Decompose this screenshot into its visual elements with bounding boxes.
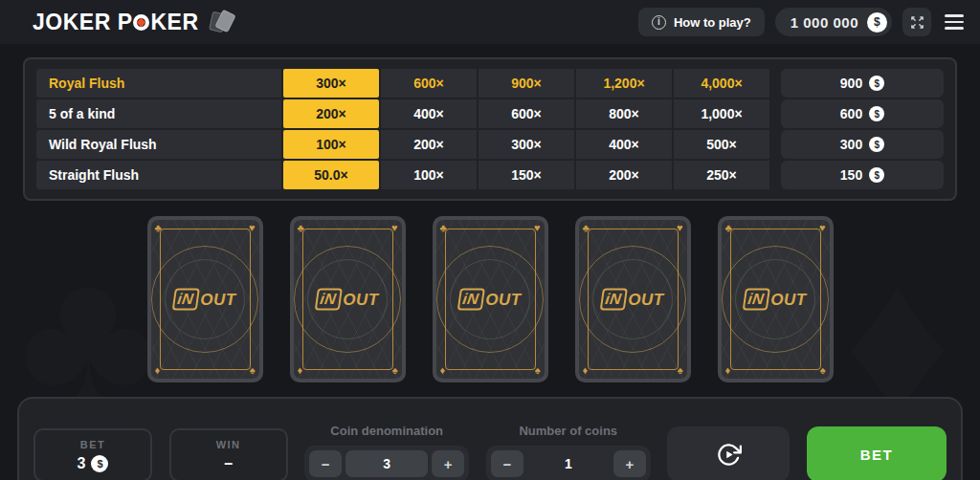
spade-suit-icon: ♠	[678, 365, 683, 376]
inout-logo-out: OUT	[485, 290, 521, 309]
fullscreen-expand-icon	[910, 15, 924, 30]
payout-cell: 150$	[781, 161, 944, 189]
redeal-button[interactable]	[667, 426, 790, 480]
paytable-row: 5 of a kind200×400×600×800×1,000×600$	[36, 99, 944, 128]
multiplier-cell: 150×	[479, 161, 574, 189]
paytable-spacer	[769, 99, 781, 128]
inout-logo-in: iN	[743, 289, 770, 311]
inout-logo: iN OUT	[458, 289, 521, 311]
multiplier-cell: 100×	[381, 161, 477, 189]
number-of-coins-stepper: − 1 +	[486, 446, 651, 480]
card-back-design: ♣ ♥ ♦ ♠ iN OUT	[294, 220, 402, 379]
paytable-rows: Royal Flush300×600×900×1,200×4,000×900$5…	[36, 69, 944, 189]
multiplier-cell: 300×	[283, 69, 379, 98]
heart-suit-icon: ♥	[677, 223, 683, 233]
hand-name: 5 of a kind	[36, 99, 281, 128]
multiplier-cell: 200×	[381, 130, 477, 159]
coin-dollar-icon: $	[91, 455, 108, 472]
playing-card-back[interactable]: ♣ ♥ ♦ ♠ iN OUT	[147, 216, 263, 382]
inout-logo-in: iN	[172, 289, 200, 311]
paytable-spacer	[769, 130, 781, 159]
bet-label: BET	[80, 439, 106, 450]
multiplier-cell: 600×	[479, 99, 574, 128]
hand-name: Royal Flush	[36, 69, 281, 98]
top-bar: JOKER PKER i How to play? 1 000 000 $	[0, 0, 980, 44]
paytable-spacer	[769, 69, 781, 98]
coin-dollar-icon: $	[869, 76, 884, 91]
card-back-design: ♣ ♥ ♦ ♠ iN OUT	[579, 220, 687, 379]
heart-suit-icon: ♥	[391, 223, 398, 233]
playing-card-back[interactable]: ♣ ♥ ♦ ♠ iN OUT	[575, 216, 691, 382]
paytable-row: Straight Flush50.0×100×150×200×250×150$	[36, 161, 944, 189]
multiplier-cell: 400×	[576, 130, 672, 159]
payout-cell: 600$	[781, 99, 944, 128]
coin-denomination-stepper: − 3 +	[304, 446, 469, 480]
heart-suit-icon: ♥	[534, 223, 541, 233]
coin-denomination-minus-button[interactable]: −	[309, 450, 342, 477]
hamburger-menu-button[interactable]	[942, 11, 967, 33]
logo-text-part1: JOKER P	[33, 10, 132, 35]
spade-suit-icon: ♠	[820, 365, 826, 376]
club-suit-icon: ♣	[440, 223, 447, 233]
bet-value: 3	[78, 455, 86, 472]
bet-display-box: BET 3 $	[33, 428, 152, 480]
diamond-suit-icon: ♦	[298, 365, 303, 376]
inout-logo-out: OUT	[343, 290, 378, 309]
multiplier-cell: 1,000×	[674, 99, 769, 128]
spade-suit-icon: ♠	[535, 365, 541, 376]
card-back-design: ♣ ♥ ♦ ♠ iN OUT	[436, 220, 545, 379]
multiplier-cell: 500×	[674, 130, 769, 159]
club-suit-icon: ♣	[155, 223, 162, 233]
bet-button[interactable]: BET	[807, 426, 947, 480]
coin-denomination-label: Coin denomination	[330, 424, 443, 438]
inout-logo: iN OUT	[744, 289, 806, 311]
card-back-design: ♣ ♥ ♦ ♠ iN OUT	[151, 220, 259, 379]
diamond-o-icon	[133, 14, 149, 31]
multiplier-cell: 200×	[576, 161, 672, 189]
payout-cell: 900$	[781, 69, 944, 98]
diamond-suit-icon: ♦	[440, 365, 446, 376]
paytable-panel: Royal Flush300×600×900×1,200×4,000×900$5…	[23, 57, 957, 201]
spade-suit-icon: ♠	[250, 365, 256, 376]
logo-text-part2: KER	[150, 10, 198, 35]
payout-value: 150	[840, 167, 862, 183]
number-of-coins-label: Number of coins	[519, 424, 617, 438]
playing-card-back[interactable]: ♣ ♥ ♦ ♠ iN OUT	[718, 216, 834, 382]
number-of-coins-value: 1	[527, 456, 610, 471]
coin-denomination-group: Coin denomination − 3 +	[304, 424, 469, 480]
number-of-coins-group: Number of coins − 1 +	[486, 424, 651, 480]
inout-logo-out: OUT	[200, 290, 235, 309]
coin-dollar-icon: $	[869, 106, 884, 121]
payout-cell: 300$	[781, 130, 944, 159]
diamond-suit-icon: ♦	[583, 365, 589, 376]
topbar-actions: i How to play? 1 000 000 $	[638, 8, 967, 36]
multiplier-cell: 50.0×	[283, 161, 379, 189]
control-bar: BET 3 $ WIN – Coin denomination − 3 + Nu…	[17, 397, 963, 480]
cards-fan-icon	[208, 10, 238, 34]
multiplier-cell: 800×	[576, 99, 672, 128]
paytable-row: Royal Flush300×600×900×1,200×4,000×900$	[36, 69, 944, 98]
playing-card-back[interactable]: ♣ ♥ ♦ ♠ iN OUT	[290, 216, 406, 382]
spade-suit-icon: ♠	[392, 365, 398, 376]
logo-text: JOKER PKER	[33, 10, 199, 35]
diamond-suit-icon: ♦	[155, 365, 161, 376]
balance-value: 1 000 000	[791, 14, 858, 31]
number-of-coins-plus-button[interactable]: +	[613, 450, 646, 477]
fullscreen-button[interactable]	[902, 8, 931, 36]
multiplier-cell: 4,000×	[674, 69, 769, 98]
multiplier-cell: 1,200×	[576, 69, 672, 98]
multiplier-cell: 300×	[479, 130, 574, 159]
payout-value: 600	[840, 106, 862, 121]
coin-denomination-value[interactable]: 3	[345, 450, 428, 477]
multiplier-cell: 100×	[283, 130, 379, 159]
inout-logo-in: iN	[600, 289, 628, 311]
inout-logo: iN OUT	[601, 289, 663, 311]
coin-denomination-plus-button[interactable]: +	[432, 450, 464, 477]
number-of-coins-minus-button[interactable]: −	[491, 450, 523, 477]
heart-suit-icon: ♥	[249, 223, 256, 233]
club-suit-icon: ♣	[725, 223, 732, 233]
how-to-play-button[interactable]: i How to play?	[638, 8, 765, 36]
inout-logo-out: OUT	[628, 290, 663, 309]
playing-card-back[interactable]: ♣ ♥ ♦ ♠ iN OUT	[433, 216, 548, 382]
paytable-spacer	[769, 161, 781, 189]
